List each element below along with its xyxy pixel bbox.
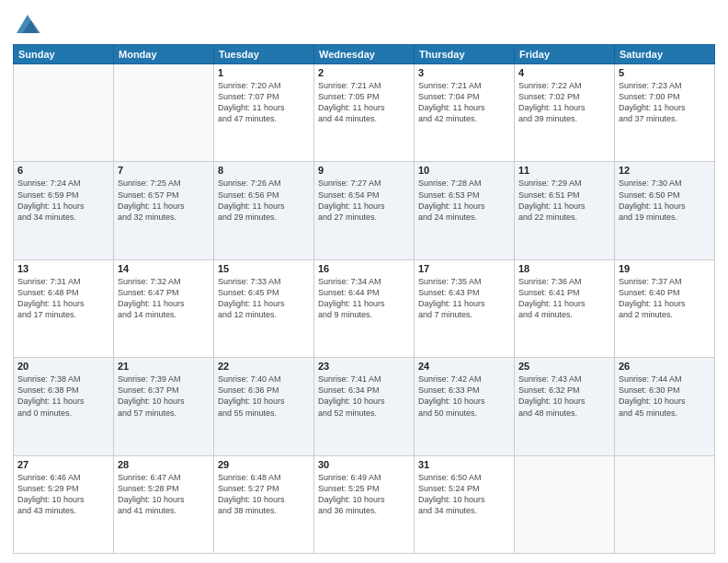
day-info: Sunrise: 7:25 AM Sunset: 6:57 PM Dayligh… — [118, 178, 210, 223]
day-info: Sunrise: 7:40 AM Sunset: 6:36 PM Dayligh… — [218, 373, 310, 419]
calendar-cell: 14Sunrise: 7:32 AM Sunset: 6:47 PM Dayli… — [114, 259, 214, 357]
day-number: 25 — [518, 361, 610, 372]
day-number: 26 — [619, 361, 711, 372]
day-number: 4 — [518, 67, 610, 78]
day-info: Sunrise: 6:48 AM Sunset: 5:27 PM Dayligh… — [218, 472, 310, 517]
day-info: Sunrise: 7:21 AM Sunset: 7:04 PM Dayligh… — [418, 80, 510, 125]
calendar-cell — [14, 64, 114, 162]
header — [13, 11, 715, 37]
calendar-header-sunday: Sunday — [14, 45, 114, 64]
calendar-cell: 9Sunrise: 7:27 AM Sunset: 6:54 PM Daylig… — [314, 162, 415, 259]
day-number: 30 — [318, 459, 410, 470]
calendar-table: SundayMondayTuesdayWednesdayThursdayFrid… — [13, 44, 715, 554]
day-info: Sunrise: 7:37 AM Sunset: 6:40 PM Dayligh… — [619, 276, 711, 321]
calendar-header-wednesday: Wednesday — [314, 45, 415, 64]
day-info: Sunrise: 7:34 AM Sunset: 6:44 PM Dayligh… — [318, 276, 410, 321]
day-info: Sunrise: 7:21 AM Sunset: 7:05 PM Dayligh… — [318, 80, 410, 125]
day-number: 21 — [118, 361, 210, 372]
day-number: 16 — [318, 263, 410, 274]
calendar-week-row: 13Sunrise: 7:31 AM Sunset: 6:48 PM Dayli… — [14, 259, 715, 357]
calendar-cell: 18Sunrise: 7:36 AM Sunset: 6:41 PM Dayli… — [515, 259, 615, 357]
day-info: Sunrise: 7:41 AM Sunset: 6:34 PM Dayligh… — [318, 373, 410, 419]
calendar-cell: 10Sunrise: 7:28 AM Sunset: 6:53 PM Dayli… — [415, 162, 515, 259]
calendar-cell: 19Sunrise: 7:37 AM Sunset: 6:40 PM Dayli… — [615, 259, 715, 357]
calendar-cell: 3Sunrise: 7:21 AM Sunset: 7:04 PM Daylig… — [415, 64, 515, 162]
calendar-cell: 7Sunrise: 7:25 AM Sunset: 6:57 PM Daylig… — [114, 162, 214, 259]
calendar-cell: 5Sunrise: 7:23 AM Sunset: 7:00 PM Daylig… — [615, 64, 715, 162]
day-number: 22 — [218, 361, 310, 372]
day-number: 18 — [518, 263, 610, 274]
calendar-week-row: 20Sunrise: 7:38 AM Sunset: 6:38 PM Dayli… — [14, 358, 715, 455]
calendar-cell: 15Sunrise: 7:33 AM Sunset: 6:45 PM Dayli… — [214, 259, 314, 357]
calendar-cell: 6Sunrise: 7:24 AM Sunset: 6:59 PM Daylig… — [14, 162, 114, 259]
day-info: Sunrise: 7:24 AM Sunset: 6:59 PM Dayligh… — [17, 178, 109, 223]
day-info: Sunrise: 7:35 AM Sunset: 6:43 PM Dayligh… — [418, 276, 510, 321]
calendar-cell: 29Sunrise: 6:48 AM Sunset: 5:27 PM Dayli… — [214, 455, 314, 553]
day-info: Sunrise: 7:22 AM Sunset: 7:02 PM Dayligh… — [518, 80, 610, 125]
calendar-cell: 23Sunrise: 7:41 AM Sunset: 6:34 PM Dayli… — [314, 358, 415, 455]
day-info: Sunrise: 7:29 AM Sunset: 6:51 PM Dayligh… — [518, 178, 610, 223]
calendar-header-friday: Friday — [515, 45, 615, 64]
day-info: Sunrise: 7:23 AM Sunset: 7:00 PM Dayligh… — [619, 80, 711, 125]
calendar-cell: 21Sunrise: 7:39 AM Sunset: 6:37 PM Dayli… — [114, 358, 214, 455]
day-number: 29 — [218, 459, 310, 470]
calendar-cell: 12Sunrise: 7:30 AM Sunset: 6:50 PM Dayli… — [615, 162, 715, 259]
calendar-header-row: SundayMondayTuesdayWednesdayThursdayFrid… — [14, 45, 715, 64]
day-number: 15 — [218, 263, 310, 274]
day-number: 23 — [318, 361, 410, 372]
calendar-cell: 26Sunrise: 7:44 AM Sunset: 6:30 PM Dayli… — [615, 358, 715, 455]
calendar-cell: 17Sunrise: 7:35 AM Sunset: 6:43 PM Dayli… — [415, 259, 515, 357]
calendar-cell: 30Sunrise: 6:49 AM Sunset: 5:25 PM Dayli… — [314, 455, 415, 553]
day-number: 2 — [318, 67, 410, 78]
calendar-cell — [615, 455, 715, 553]
calendar-header-monday: Monday — [114, 45, 214, 64]
day-info: Sunrise: 7:42 AM Sunset: 6:33 PM Dayligh… — [418, 373, 510, 419]
day-info: Sunrise: 7:39 AM Sunset: 6:37 PM Dayligh… — [118, 373, 210, 419]
calendar-header-thursday: Thursday — [415, 45, 515, 64]
day-info: Sunrise: 7:38 AM Sunset: 6:38 PM Dayligh… — [17, 373, 109, 419]
day-number: 12 — [619, 165, 711, 176]
day-number: 28 — [118, 459, 210, 470]
calendar-week-row: 27Sunrise: 6:46 AM Sunset: 5:29 PM Dayli… — [14, 455, 715, 553]
day-number: 3 — [418, 67, 510, 78]
day-number: 11 — [518, 165, 610, 176]
logo-icon — [15, 11, 40, 37]
calendar-cell — [515, 455, 615, 553]
page: SundayMondayTuesdayWednesdayThursdayFrid… — [0, 0, 728, 563]
day-number: 19 — [619, 263, 711, 274]
calendar-cell: 4Sunrise: 7:22 AM Sunset: 7:02 PM Daylig… — [515, 64, 615, 162]
calendar-cell: 28Sunrise: 6:47 AM Sunset: 5:28 PM Dayli… — [114, 455, 214, 553]
day-number: 1 — [218, 67, 310, 78]
day-number: 8 — [218, 165, 310, 176]
day-info: Sunrise: 6:46 AM Sunset: 5:29 PM Dayligh… — [17, 472, 109, 517]
day-info: Sunrise: 7:31 AM Sunset: 6:48 PM Dayligh… — [17, 276, 109, 321]
calendar-cell: 8Sunrise: 7:26 AM Sunset: 6:56 PM Daylig… — [214, 162, 314, 259]
day-info: Sunrise: 7:20 AM Sunset: 7:07 PM Dayligh… — [218, 80, 310, 125]
calendar-cell: 2Sunrise: 7:21 AM Sunset: 7:05 PM Daylig… — [314, 64, 415, 162]
calendar-cell: 31Sunrise: 6:50 AM Sunset: 5:24 PM Dayli… — [415, 455, 515, 553]
day-number: 27 — [17, 459, 109, 470]
calendar-cell: 13Sunrise: 7:31 AM Sunset: 6:48 PM Dayli… — [14, 259, 114, 357]
calendar-cell: 22Sunrise: 7:40 AM Sunset: 6:36 PM Dayli… — [214, 358, 314, 455]
calendar-cell: 16Sunrise: 7:34 AM Sunset: 6:44 PM Dayli… — [314, 259, 415, 357]
day-number: 9 — [318, 165, 410, 176]
calendar-week-row: 1Sunrise: 7:20 AM Sunset: 7:07 PM Daylig… — [14, 64, 715, 162]
day-info: Sunrise: 7:26 AM Sunset: 6:56 PM Dayligh… — [218, 178, 310, 223]
calendar-header-tuesday: Tuesday — [214, 45, 314, 64]
calendar-cell: 25Sunrise: 7:43 AM Sunset: 6:32 PM Dayli… — [515, 358, 615, 455]
day-info: Sunrise: 7:32 AM Sunset: 6:47 PM Dayligh… — [118, 276, 210, 321]
day-info: Sunrise: 7:30 AM Sunset: 6:50 PM Dayligh… — [619, 178, 711, 223]
calendar-cell: 20Sunrise: 7:38 AM Sunset: 6:38 PM Dayli… — [14, 358, 114, 455]
day-number: 31 — [418, 459, 510, 470]
day-number: 5 — [619, 67, 711, 78]
day-number: 7 — [118, 165, 210, 176]
day-number: 24 — [418, 361, 510, 372]
day-number: 6 — [17, 165, 109, 176]
logo — [13, 11, 40, 37]
day-info: Sunrise: 7:43 AM Sunset: 6:32 PM Dayligh… — [518, 373, 610, 419]
calendar-header-saturday: Saturday — [615, 45, 715, 64]
day-info: Sunrise: 7:44 AM Sunset: 6:30 PM Dayligh… — [619, 373, 711, 419]
day-number: 14 — [118, 263, 210, 274]
day-info: Sunrise: 6:49 AM Sunset: 5:25 PM Dayligh… — [318, 472, 410, 517]
day-info: Sunrise: 6:47 AM Sunset: 5:28 PM Dayligh… — [118, 472, 210, 517]
